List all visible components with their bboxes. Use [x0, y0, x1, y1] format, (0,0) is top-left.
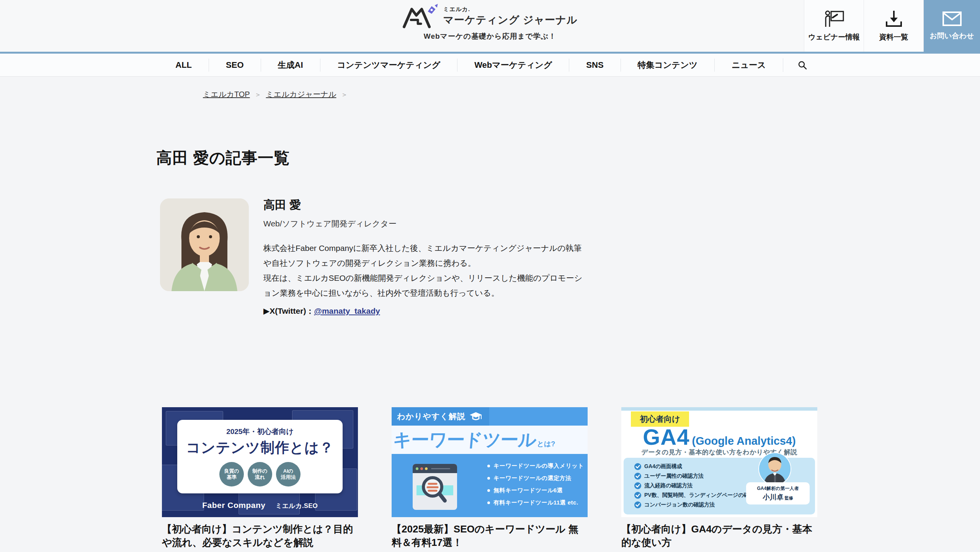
thumbnail-check-panel: GA4の画面構成 ユーザー属性の確認方法 流入経路の確認方法 PV数、	[624, 458, 815, 514]
breadcrumb-link-top[interactable]: ミエルカTOP	[203, 89, 250, 100]
article-thumbnail: 初心者向け GA4(Google Analytics4) データの見方・基本的な…	[621, 407, 817, 517]
contact-label: お問い合わせ	[930, 31, 974, 41]
nav-item-all[interactable]: ALL	[158, 59, 209, 72]
check-item: ユーザー属性の確認方法	[634, 473, 765, 480]
author-sns-row: ▶X(Twitter)：@manaty_takady	[263, 303, 587, 318]
webinar-label: ウェビナー情報	[808, 32, 860, 42]
graduation-cap-icon	[469, 411, 482, 421]
site-header: ミエルカ. マーケティング ジャーナル Webマーケの基礎から応用まで学ぶ！ ウ…	[0, 0, 980, 52]
thumbnail-heading-suffix: とは?	[537, 439, 555, 449]
logo-tagline: Webマーケの基礎から応用まで学ぶ！	[403, 31, 578, 41]
nav-item-web-marketing[interactable]: Webマーケティング	[457, 59, 569, 72]
article-thumbnail: わかりやすく解説 キーワードツール とは?	[392, 407, 588, 517]
article-card-content-seisaku[interactable]: 2025年・初心者向け コンテンツ制作とは？ 良質の基準 制作の流れ AIの活用…	[162, 407, 358, 549]
bullet-item: 有料キーワードツール11選 etc.	[487, 499, 584, 506]
nav-item-news[interactable]: ニュース	[714, 59, 783, 72]
contact-button[interactable]: お問い合わせ	[923, 0, 980, 52]
thumbnail-subtitle: データの見方・基本的な使い方をわかりやすく解説	[621, 448, 817, 457]
download-icon	[885, 10, 903, 28]
page-title: 高田 愛の記事一覧	[156, 147, 290, 169]
article-title[interactable]: 【2025最新】SEOのキーワードツール 無料＆有料17選！	[392, 523, 588, 549]
thumbnail-heading: キーワードツール	[392, 428, 537, 452]
check-item: 流入経路の確認方法	[634, 482, 765, 489]
author-avatar	[160, 198, 249, 291]
breadcrumb-link-journal[interactable]: ミエルカジャーナル	[266, 89, 336, 100]
author-info: 高田 愛 Web/ソフトウェア開発ディレクター 株式会社Faber Compan…	[263, 197, 587, 318]
mail-icon	[942, 11, 962, 26]
author-name: 高田 愛	[263, 197, 587, 213]
author-bio-paragraph-1: 株式会社Faber Companyに新卒入社した後、ミエルカマーケティングジャー…	[263, 241, 587, 270]
thumbnail-heading: GA4	[643, 424, 689, 449]
browser-illustration	[413, 464, 457, 510]
thumbnail-subheading: 2025年・初心者向け	[177, 427, 343, 437]
breadcrumb-separator: ＞	[255, 90, 261, 99]
faber-company-logo: Faber Company	[202, 501, 265, 510]
main-nav: ALL SEO 生成AI コンテンツマーケティング Webマーケティング SNS…	[0, 52, 980, 77]
article-thumbnail: 2025年・初心者向け コンテンツ制作とは？ 良質の基準 制作の流れ AIの活用…	[162, 407, 358, 517]
supervisor-label: GA4解析の第一人者 小川卓監修	[746, 482, 810, 504]
mieruka-seo-logo: ミエルカ.SEO	[275, 501, 317, 510]
twitter-label: ▶X(Twitter)：	[263, 306, 314, 315]
nav-item-sns[interactable]: SNS	[569, 59, 620, 72]
nav-item-seo[interactable]: SEO	[209, 59, 260, 72]
topic-circle: 制作の流れ	[248, 462, 272, 486]
cat-logo-icon	[403, 4, 439, 28]
search-icon	[798, 61, 807, 70]
article-card-keyword-tool[interactable]: わかりやすく解説 キーワードツール とは?	[392, 407, 588, 549]
article-card-ga4[interactable]: 初心者向け GA4(Google Analytics4) データの見方・基本的な…	[621, 407, 817, 549]
page: ミエルカ. マーケティング ジャーナル Webマーケの基礎から応用まで学ぶ！ ウ…	[0, 0, 980, 552]
breadcrumb: ミエルカTOP ＞ ミエルカジャーナル ＞	[203, 89, 348, 100]
thumbnail-panel: 2025年・初心者向け コンテンツ制作とは？ 良質の基準 制作の流れ AIの活用…	[177, 420, 343, 493]
check-item: GA4の画面構成	[634, 463, 765, 470]
article-title[interactable]: 【初心者向け】GA4のデータの見方・基本的な使い方	[621, 523, 817, 549]
check-item: コンバージョン数の確認方法	[634, 501, 765, 508]
logo-text: ミエルカ. マーケティング ジャーナル	[443, 6, 578, 27]
author-role: Web/ソフトウェア開発ディレクター	[263, 218, 587, 229]
site-logo[interactable]: ミエルカ. マーケティング ジャーナル Webマーケの基礎から応用まで学ぶ！	[403, 4, 578, 41]
topic-circle: 良質の基準	[219, 462, 244, 486]
article-list: 2025年・初心者向け コンテンツ制作とは？ 良質の基準 制作の流れ AIの活用…	[162, 407, 817, 549]
magnifier-icon	[421, 475, 449, 505]
nav-item-generative-ai[interactable]: 生成AI	[261, 59, 320, 72]
documents-button[interactable]: 資料一覧	[864, 0, 923, 52]
author-bio: 株式会社Faber Companyに新卒入社した後、ミエルカマーケティングジャー…	[263, 241, 587, 300]
bullet-item: キーワードツールの選定方法	[487, 475, 584, 482]
topic-circle: AIの活用法	[276, 462, 301, 486]
article-title[interactable]: 【初心者向け】コンテンツ制作とは？目的や流れ、必要なスキルなどを解説	[162, 523, 358, 549]
nav-item-content-marketing[interactable]: コンテンツマーケティング	[320, 59, 457, 72]
thumbnail-heading-band: キーワードツール とは?	[392, 426, 588, 454]
thumbnail-bullet-list: キーワードツールの導入メリット キーワードツールの選定方法 無料キーワードツール…	[487, 462, 584, 506]
bullet-item: 無料キーワードツール6選	[487, 487, 584, 494]
webinar-button[interactable]: ウェビナー情報	[804, 0, 864, 52]
supervisor-photo	[758, 452, 791, 485]
thumbnail-ribbon: わかりやすく解説	[392, 407, 489, 426]
header-actions: ウェビナー情報 資料一覧	[804, 0, 980, 52]
logo-brand-large: マーケティング ジャーナル	[443, 13, 578, 27]
logo-brand-small: ミエルカ.	[443, 6, 578, 13]
check-item: PV数、閲覧時間、ランディングページの確認方法	[634, 492, 765, 499]
nav-item-special-content[interactable]: 特集コンテンツ	[621, 59, 715, 72]
author-bio-paragraph-2: 現在は、ミエルカSEOの新機能開発ディレクションや、リリースした機能のプロモーシ…	[263, 270, 587, 300]
presenter-icon	[824, 10, 844, 28]
documents-label: 資料一覧	[879, 32, 908, 42]
pen-nib-icon	[428, 4, 438, 14]
bullet-item: キーワードツールの導入メリット	[487, 462, 584, 470]
breadcrumb-separator: ＞	[341, 90, 348, 99]
thumbnail-heading-paren: (Google Analytics4)	[692, 435, 796, 447]
search-button[interactable]	[783, 58, 822, 72]
twitter-handle-link[interactable]: @manaty_takady	[314, 306, 380, 315]
thumbnail-heading: コンテンツ制作とは？	[177, 438, 343, 457]
